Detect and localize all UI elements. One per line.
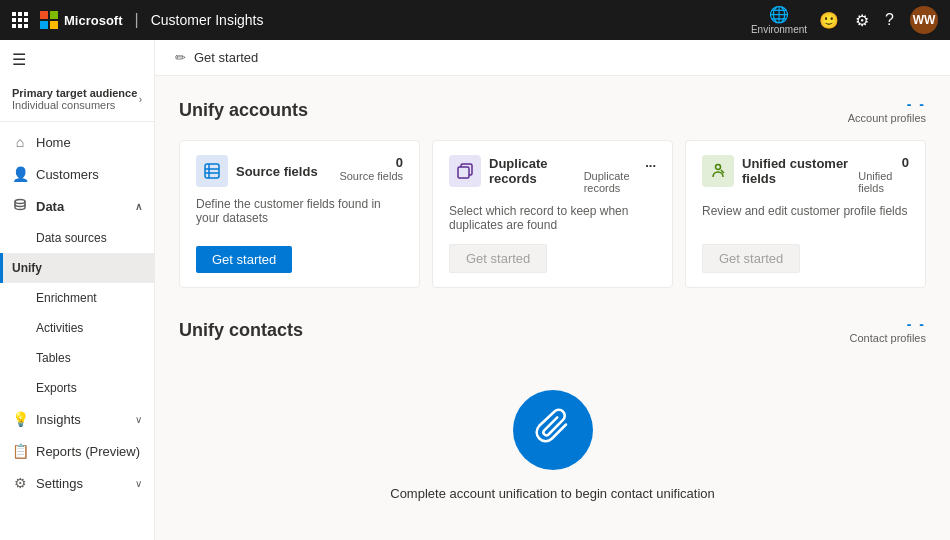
settings-label: Settings xyxy=(36,476,83,491)
duplicate-records-description: Select which record to keep when duplica… xyxy=(449,204,656,232)
duplicate-records-get-started-button: Get started xyxy=(449,244,547,273)
sidebar-item-activities[interactable]: Activities xyxy=(0,313,154,343)
audience-subtitle: Individual consumers xyxy=(12,99,137,111)
accounts-section-header: Unify accounts - - Account profiles xyxy=(179,96,926,124)
reports-label: Reports (Preview) xyxy=(36,444,140,459)
svg-rect-7 xyxy=(18,24,22,28)
unified-fields-icon xyxy=(702,155,734,187)
contacts-section-title: Unify contacts xyxy=(179,320,303,341)
sidebar-item-customers[interactable]: 👤 Customers xyxy=(0,158,154,190)
insights-expand-icon: ∨ xyxy=(135,414,142,425)
accounts-cards-row: Source fields 0 Source fields Define the… xyxy=(179,140,926,288)
svg-rect-1 xyxy=(18,12,22,16)
insights-label: Insights xyxy=(36,412,81,427)
content-body: Unify accounts - - Account profiles xyxy=(155,76,950,540)
sidebar-item-reports[interactable]: 📋 Reports (Preview) xyxy=(0,435,154,467)
enrichment-label: Enrichment xyxy=(36,291,97,305)
unified-customer-fields-title: Unified customer fields xyxy=(742,156,850,186)
grid-icon[interactable] xyxy=(12,12,28,28)
sidebar-item-home[interactable]: ⌂ Home xyxy=(0,126,154,158)
audience-chevron-icon: › xyxy=(139,94,142,105)
smiley-icon[interactable]: 🙂 xyxy=(819,11,839,30)
unified-fields-get-started-button: Get started xyxy=(702,244,800,273)
contacts-section: Unify contacts - - Contact profiles xyxy=(179,316,926,531)
insights-icon: 💡 xyxy=(12,411,28,427)
sidebar-item-enrichment[interactable]: Enrichment xyxy=(0,283,154,313)
app-name: Customer Insights xyxy=(151,12,264,28)
data-label: Data xyxy=(36,199,64,214)
svg-point-15 xyxy=(716,165,721,170)
source-fields-get-started-button[interactable]: Get started xyxy=(196,246,292,273)
sidebar-item-tables[interactable]: Tables xyxy=(0,343,154,373)
duplicate-records-action: Get started xyxy=(449,244,656,273)
svg-rect-3 xyxy=(12,18,16,22)
accounts-section-title: Unify accounts xyxy=(179,100,308,121)
content-area: ✏ Get started Unify accounts - - Account… xyxy=(155,40,950,540)
accounts-status-label: Account profiles xyxy=(848,112,926,124)
accounts-status-dashes: - - xyxy=(907,96,926,112)
source-fields-icon xyxy=(196,155,228,187)
svg-rect-4 xyxy=(18,18,22,22)
home-label: Home xyxy=(36,135,71,150)
sidebar-item-insights[interactable]: 💡 Insights ∨ xyxy=(0,403,154,435)
contacts-placeholder: Complete account unification to begin co… xyxy=(179,360,926,531)
paperclip-icon xyxy=(533,406,573,455)
data-icon xyxy=(12,198,28,215)
source-fields-count: 0 Source fields xyxy=(339,155,403,182)
sidebar-item-unify[interactable]: Unify xyxy=(0,253,154,283)
svg-rect-14 xyxy=(458,167,469,178)
main-layout: ☰ Primary target audience Individual con… xyxy=(0,40,950,540)
microsoft-logo: Microsoft xyxy=(40,11,123,29)
sidebar-item-exports[interactable]: Exports xyxy=(0,373,154,403)
topbar-icons: 🙂 ⚙ ? WW xyxy=(819,6,938,34)
source-fields-title: Source fields xyxy=(236,164,318,179)
accounts-status: - - Account profiles xyxy=(848,96,926,124)
svg-rect-0 xyxy=(12,12,16,16)
data-expand-icon: ∧ xyxy=(135,201,142,212)
contacts-status-dashes: - - xyxy=(907,316,926,332)
edit-icon: ✏ xyxy=(175,50,186,65)
reports-icon: 📋 xyxy=(12,443,28,459)
environment-indicator[interactable]: 🌐 Environment xyxy=(751,5,807,35)
duplicate-records-icon xyxy=(449,155,481,187)
duplicate-records-count: ... Duplicate records xyxy=(584,155,656,194)
tables-label: Tables xyxy=(36,351,71,365)
sidebar-settings-icon: ⚙ xyxy=(12,475,28,491)
data-sources-label: Data sources xyxy=(36,231,107,245)
unified-fields-action: Get started xyxy=(702,244,909,273)
svg-rect-6 xyxy=(12,24,16,28)
duplicate-records-title: Duplicate records xyxy=(489,156,576,186)
content-header: ✏ Get started xyxy=(155,40,950,76)
help-icon[interactable]: ? xyxy=(885,11,894,29)
unify-label: Unify xyxy=(12,261,42,275)
sidebar-nav: ⌂ Home 👤 Customers Data ∧ Data xyxy=(0,122,154,540)
divider: | xyxy=(135,11,139,29)
contacts-status-label: Contact profiles xyxy=(850,332,926,344)
svg-rect-2 xyxy=(24,12,28,16)
settings-expand-icon: ∨ xyxy=(135,478,142,489)
sidebar-item-settings[interactable]: ⚙ Settings ∨ xyxy=(0,467,154,499)
unified-customer-fields-description: Review and edit customer profile fields xyxy=(702,204,909,232)
contacts-placeholder-text: Complete account unification to begin co… xyxy=(390,486,714,501)
topbar: Microsoft | Customer Insights 🌐 Environm… xyxy=(0,0,950,40)
user-avatar[interactable]: WW xyxy=(910,6,938,34)
sidebar-item-data[interactable]: Data ∧ xyxy=(0,190,154,223)
source-fields-description: Define the customer fields found in your… xyxy=(196,197,403,234)
hamburger-icon[interactable]: ☰ xyxy=(0,40,154,79)
microsoft-label: Microsoft xyxy=(64,13,123,28)
audience-selector[interactable]: Primary target audience Individual consu… xyxy=(0,79,154,122)
duplicate-records-card: Duplicate records ... Duplicate records … xyxy=(432,140,673,288)
unified-fields-count: 0 Unified fields xyxy=(858,155,909,194)
contacts-placeholder-icon-circle xyxy=(513,390,593,470)
svg-rect-8 xyxy=(24,24,28,28)
exports-label: Exports xyxy=(36,381,77,395)
customers-label: Customers xyxy=(36,167,99,182)
svg-rect-5 xyxy=(24,18,28,22)
source-fields-card: Source fields 0 Source fields Define the… xyxy=(179,140,420,288)
audience-title: Primary target audience xyxy=(12,87,137,99)
settings-icon[interactable]: ⚙ xyxy=(855,11,869,30)
sidebar-item-data-sources[interactable]: Data sources xyxy=(0,223,154,253)
contacts-section-header: Unify contacts - - Contact profiles xyxy=(179,316,926,344)
activities-label: Activities xyxy=(36,321,83,335)
sidebar: ☰ Primary target audience Individual con… xyxy=(0,40,155,540)
